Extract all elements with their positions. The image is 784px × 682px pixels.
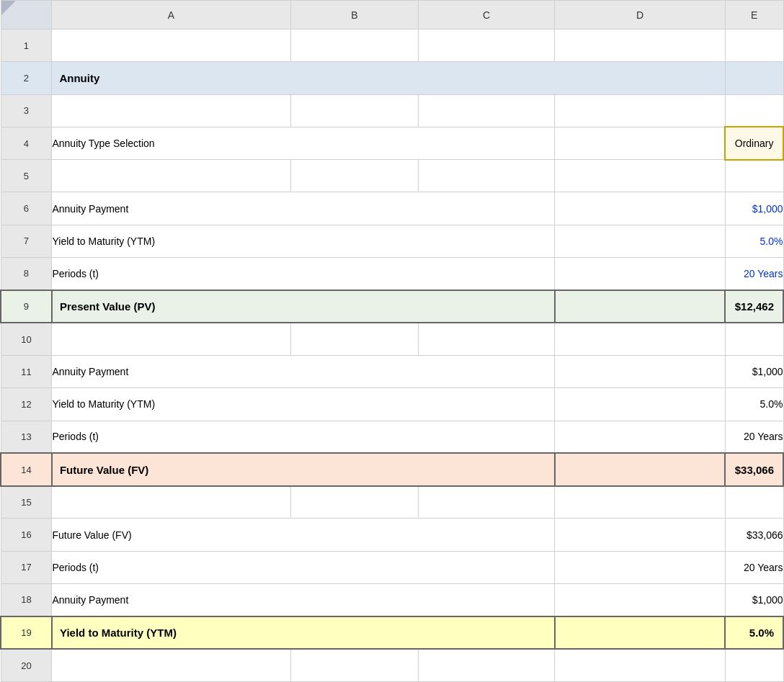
col-header-d: D xyxy=(555,1,726,30)
cell-3-b xyxy=(290,94,418,127)
cell-17-d xyxy=(555,551,726,583)
row-17: 17 Periods (t) 20 Years xyxy=(1,551,783,583)
column-header-row: A B C D E xyxy=(1,1,783,30)
periods-value-3: 20 Years xyxy=(725,551,783,583)
cell-5-e xyxy=(725,160,783,192)
row-num-13: 13 xyxy=(1,421,52,453)
cell-16-d xyxy=(555,519,726,551)
cell-20-d xyxy=(555,649,726,681)
ytm-label-1: Yield to Maturity (YTM) xyxy=(52,225,555,257)
row-2-annuity: 2 Annuity xyxy=(1,62,783,94)
cell-10-a xyxy=(52,323,290,355)
periods-label-2: Periods (t) xyxy=(52,421,555,453)
annuity-payment-label-3: Annuity Payment xyxy=(52,584,555,616)
row-8: 8 Periods (t) 20 Years xyxy=(1,258,783,290)
row-num-18: 18 xyxy=(1,584,52,616)
row-num-1: 1 xyxy=(1,30,52,62)
cell-20-a xyxy=(52,649,290,681)
cell-15-a xyxy=(52,486,290,519)
annuity-payment-label-2: Annuity Payment xyxy=(52,355,555,387)
periods-value-1: 20 Years xyxy=(725,258,783,290)
row-14-fv: 14 Future Value (FV) $33,066 xyxy=(1,453,783,485)
annuity-payment-value-1: $1,000 xyxy=(725,192,783,225)
row-4: 4 Annuity Type Selection Ordinary xyxy=(1,127,783,159)
row-12: 12 Yield to Maturity (YTM) 5.0% xyxy=(1,388,783,421)
col-header-a: A xyxy=(52,1,290,30)
cell-4-d xyxy=(555,127,726,159)
ytm-value-2: 5.0% xyxy=(725,388,783,421)
cell-1-c xyxy=(419,30,555,62)
cell-2-e xyxy=(725,62,783,94)
cell-3-c xyxy=(419,94,555,127)
ordinary-dropdown[interactable]: Ordinary xyxy=(725,127,783,159)
ytm-label-2: Yield to Maturity (YTM) xyxy=(52,388,555,421)
annuity-payment-value-3: $1,000 xyxy=(725,584,783,616)
row-5: 5 xyxy=(1,160,783,192)
cell-1-a xyxy=(52,30,290,62)
row-num-9: 9 xyxy=(1,290,52,323)
row-num-17: 17 xyxy=(1,551,52,583)
cell-10-d xyxy=(555,323,726,355)
row-num-7: 7 xyxy=(1,225,52,257)
cell-13-d xyxy=(555,421,726,453)
row-num-15: 15 xyxy=(1,486,52,519)
corner-cell xyxy=(1,1,52,30)
periods-value-2: 20 Years xyxy=(725,421,783,453)
cell-3-e xyxy=(725,94,783,127)
cell-5-c xyxy=(419,160,555,192)
cell-8-d xyxy=(555,258,726,290)
row-num-3: 3 xyxy=(1,94,52,127)
cell-10-b xyxy=(290,323,418,355)
cell-3-d xyxy=(555,94,726,127)
row-num-2: 2 xyxy=(1,62,52,94)
cell-15-d xyxy=(555,486,726,519)
annuity-payment-value-2: $1,000 xyxy=(725,355,783,387)
cell-6-d xyxy=(555,192,726,225)
annuity-title: Annuity xyxy=(52,62,725,94)
cell-15-c xyxy=(419,486,555,519)
fv-label-2: Future Value (FV) xyxy=(52,519,555,551)
cell-10-e xyxy=(725,323,783,355)
ytm-value-1: 5.0% xyxy=(725,225,783,257)
ytm-result-label: Yield to Maturity (YTM) xyxy=(52,616,555,649)
row-16: 16 Future Value (FV) $33,066 xyxy=(1,519,783,551)
row-num-5: 5 xyxy=(1,160,52,192)
row-18: 18 Annuity Payment $1,000 xyxy=(1,584,783,616)
row-num-6: 6 xyxy=(1,192,52,225)
cell-14-d xyxy=(555,453,726,485)
cell-15-e xyxy=(725,486,783,519)
row-9-pv: 9 Present Value (PV) $12,462 xyxy=(1,290,783,323)
col-header-c: C xyxy=(419,1,555,30)
row-num-12: 12 xyxy=(1,388,52,421)
cell-9-d xyxy=(555,290,726,323)
cell-15-b xyxy=(290,486,418,519)
row-6: 6 Annuity Payment $1,000 xyxy=(1,192,783,225)
row-num-14: 14 xyxy=(1,453,52,485)
cell-20-b xyxy=(290,649,418,681)
row-1: 1 xyxy=(1,30,783,62)
row-num-16: 16 xyxy=(1,519,52,551)
cell-11-d xyxy=(555,355,726,387)
cell-1-d xyxy=(555,30,726,62)
cell-1-e xyxy=(725,30,783,62)
cell-19-d xyxy=(555,616,726,649)
pv-label: Present Value (PV) xyxy=(52,290,555,323)
row-3: 3 xyxy=(1,94,783,127)
row-11: 11 Annuity Payment $1,000 xyxy=(1,355,783,387)
cell-1-b xyxy=(290,30,418,62)
cell-20-e xyxy=(725,649,783,681)
cell-10-c xyxy=(419,323,555,355)
row-num-19: 19 xyxy=(1,616,52,649)
row-19-ytm: 19 Yield to Maturity (YTM) 5.0% xyxy=(1,616,783,649)
row-13: 13 Periods (t) 20 Years xyxy=(1,421,783,453)
row-10: 10 xyxy=(1,323,783,355)
periods-label-1: Periods (t) xyxy=(52,258,555,290)
row-num-10: 10 xyxy=(1,323,52,355)
cell-12-d xyxy=(555,388,726,421)
annuity-payment-label-1: Annuity Payment xyxy=(52,192,555,225)
fv-value-2: $33,066 xyxy=(725,519,783,551)
cell-20-c xyxy=(419,649,555,681)
row-num-4: 4 xyxy=(1,127,52,159)
cell-5-d xyxy=(555,160,726,192)
col-header-e: E xyxy=(725,1,783,30)
